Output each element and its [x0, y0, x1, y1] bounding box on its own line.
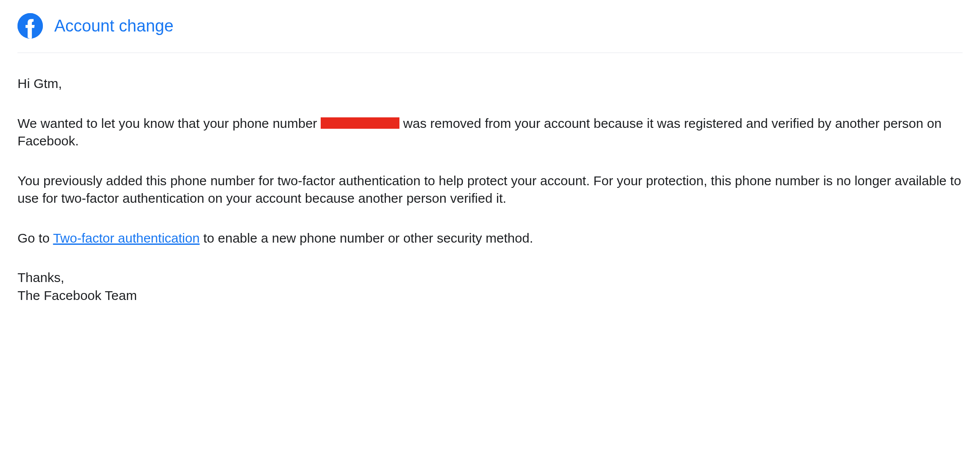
sign-off: Thanks, The Facebook Team	[18, 269, 962, 304]
two-factor-auth-link[interactable]: Two-factor authentication	[53, 231, 200, 245]
facebook-logo-icon	[18, 13, 43, 39]
redacted-phone-number	[321, 117, 399, 129]
paragraph-action: Go to Two-factor authentication to enabl…	[18, 229, 962, 247]
thanks: Thanks,	[18, 270, 64, 285]
greeting: Hi Gtm,	[18, 75, 962, 93]
para3-before: Go to	[18, 231, 53, 245]
email-title: Account change	[54, 17, 174, 35]
paragraph-phone-removed: We wanted to let you know that your phon…	[18, 115, 962, 150]
signature-line: The Facebook Team	[18, 288, 137, 303]
para1-before: We wanted to let you know that your phon…	[18, 116, 321, 131]
paragraph-explanation: You previously added this phone number f…	[18, 172, 962, 208]
para3-after: to enable a new phone number or other se…	[200, 231, 533, 245]
email-body: Hi Gtm, We wanted to let you know that y…	[18, 75, 962, 304]
email-header: Account change	[18, 13, 962, 53]
